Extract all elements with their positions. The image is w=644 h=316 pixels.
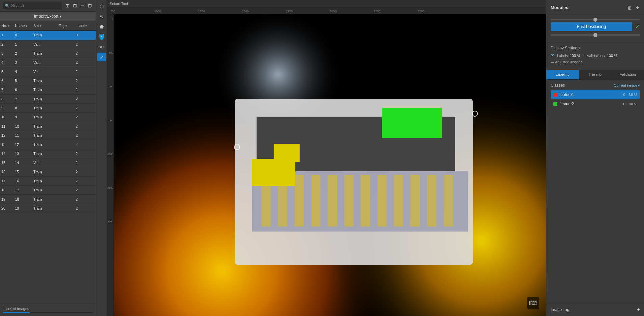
table-row[interactable]: 20 19 Train 2 bbox=[0, 204, 96, 213]
search-icon: 🔍 bbox=[5, 4, 10, 8]
td-set: Train bbox=[32, 96, 57, 102]
table-row[interactable]: 19 18 Train 2 bbox=[0, 195, 96, 204]
table-row[interactable]: 17 16 Train 2 bbox=[0, 177, 96, 186]
tab-labeling[interactable]: Labeling bbox=[546, 70, 579, 79]
roi-tool-btn[interactable]: ROI bbox=[97, 43, 106, 51]
image-settings-btn[interactable]: ⊞ bbox=[64, 2, 71, 9]
fast-pos-bottom-thumb[interactable] bbox=[593, 33, 597, 37]
table-row[interactable]: 14 13 Train 2 bbox=[0, 149, 96, 158]
main-canvas[interactable] bbox=[114, 14, 546, 316]
td-tag bbox=[57, 114, 74, 120]
td-name: 10 bbox=[14, 123, 32, 129]
class-row-feature1[interactable]: feature1 0 30 % bbox=[551, 90, 640, 99]
td-name: 4 bbox=[14, 69, 32, 75]
polygon-tool-btn[interactable]: ⬟ bbox=[97, 22, 106, 31]
delete-module-btn[interactable]: 🗑 bbox=[627, 3, 633, 12]
search-input-wrap[interactable]: 🔍 bbox=[3, 2, 62, 9]
ruler-h-tick: 1750 bbox=[286, 10, 293, 13]
adj-dashed-icon: - - - bbox=[551, 60, 553, 64]
td-set: Train bbox=[32, 105, 57, 111]
classes-title: Classes bbox=[551, 83, 565, 88]
table-row[interactable]: 13 12 Train 2 bbox=[0, 140, 96, 149]
col-label[interactable]: Label bbox=[74, 22, 96, 29]
td-no: 1 bbox=[0, 32, 14, 38]
td-tag bbox=[57, 123, 74, 129]
td-no: 10 bbox=[0, 114, 14, 120]
table-row[interactable]: 18 17 Train 2 bbox=[0, 186, 96, 195]
table-row[interactable]: 10 9 Train 2 bbox=[0, 113, 96, 122]
table-row[interactable]: 11 10 Train 2 bbox=[0, 122, 96, 131]
td-label: 2 bbox=[74, 69, 96, 75]
table-row[interactable]: 16 15 Train 2 bbox=[0, 167, 96, 177]
td-label: 2 bbox=[74, 59, 96, 65]
td-label: 2 bbox=[74, 114, 96, 120]
td-set: Train bbox=[32, 32, 57, 38]
table-row[interactable]: 6 5 Train 2 bbox=[0, 76, 96, 85]
td-no: 2 bbox=[0, 41, 14, 47]
add-module-btn[interactable]: + bbox=[635, 3, 640, 12]
table-row[interactable]: 2 1 Val. 2 bbox=[0, 40, 96, 49]
image-viewport[interactable]: ⌨ bbox=[114, 14, 546, 316]
td-set: Train bbox=[32, 78, 57, 84]
fast-pos-confirm-btn[interactable]: ✓ bbox=[635, 23, 640, 30]
filter-btn[interactable]: ⊟ bbox=[72, 2, 78, 9]
image-tag-section: Image Tag + bbox=[546, 303, 644, 316]
td-set: Train bbox=[32, 114, 57, 120]
td-label: 2 bbox=[74, 123, 96, 129]
table-row[interactable]: 3 2 Train 2 bbox=[0, 49, 96, 58]
td-tag bbox=[57, 59, 74, 65]
fast-positioning-btn[interactable]: Fast Positioning bbox=[551, 22, 632, 31]
search-bar: 🔍 ⊞ ⊟ ☰ ⊡ bbox=[0, 0, 96, 12]
import-export-bar[interactable]: Import/Export ▾ bbox=[0, 12, 96, 21]
tab-validation[interactable]: Validation bbox=[612, 70, 644, 79]
td-tag bbox=[57, 41, 74, 47]
col-no[interactable]: No. bbox=[0, 22, 14, 29]
td-name: 1 bbox=[14, 41, 32, 47]
table-row[interactable]: 5 4 Val. 2 bbox=[0, 67, 96, 76]
list-view-btn[interactable]: ☰ bbox=[79, 2, 86, 9]
table-row[interactable]: 4 3 Val. 2 bbox=[0, 58, 96, 67]
td-name: 11 bbox=[14, 132, 32, 138]
select-tool-btn[interactable]: ⬡ bbox=[97, 2, 106, 11]
table-row[interactable]: 15 14 Val. 2 bbox=[0, 158, 96, 167]
dropdown-arrow-icon: ▾ bbox=[638, 83, 640, 88]
table-row[interactable]: 1 0 Train 0 bbox=[0, 31, 96, 40]
tab-training[interactable]: Training bbox=[579, 70, 612, 79]
td-set: Val. bbox=[32, 59, 57, 65]
paint-tool-btn[interactable]: 🪣 bbox=[97, 32, 106, 41]
table-row[interactable]: 12 11 Train 2 bbox=[0, 131, 96, 140]
fast-pos-bottom-slider[interactable] bbox=[551, 34, 640, 36]
col-tag[interactable]: Tag bbox=[57, 22, 74, 29]
td-name: 12 bbox=[14, 141, 32, 148]
td-label: 2 bbox=[74, 205, 96, 211]
grid-view-btn[interactable]: ⊡ bbox=[87, 2, 93, 9]
search-input[interactable] bbox=[11, 3, 60, 8]
progress-bar-wrap bbox=[3, 312, 93, 313]
dashed-separator: - - - bbox=[583, 54, 585, 58]
td-name: 6 bbox=[14, 87, 32, 93]
ruler-vertical: 050010001500200025003000 bbox=[107, 14, 114, 316]
fast-pos-slider-track[interactable] bbox=[551, 19, 640, 20]
td-set: Train bbox=[32, 187, 57, 193]
table-row[interactable]: 9 8 Train 2 bbox=[0, 104, 96, 113]
td-no: 8 bbox=[0, 96, 14, 102]
td-name: 16 bbox=[14, 178, 32, 184]
td-set: Val. bbox=[32, 41, 57, 47]
classes-section: Classes Current image ▾ feature1 0 30 % … bbox=[546, 80, 644, 303]
class-row-feature2[interactable]: feature2 0 30 % bbox=[551, 100, 640, 108]
feature1-pct: 30 % bbox=[629, 93, 637, 97]
fast-pos-slider-thumb[interactable] bbox=[593, 18, 597, 22]
add-image-tag-btn[interactable]: + bbox=[637, 307, 640, 313]
col-name[interactable]: Name bbox=[14, 22, 32, 29]
current-image-dropdown[interactable]: Current image ▾ bbox=[614, 83, 640, 88]
pointer-tool-btn[interactable]: ↖ bbox=[97, 12, 106, 21]
transform-tool-btn[interactable]: ⤢ bbox=[97, 53, 106, 61]
ruler-h-tick: 750 bbox=[110, 10, 115, 13]
feature2-name: feature2 bbox=[559, 102, 621, 106]
td-tag bbox=[57, 69, 74, 75]
keyboard-icon[interactable]: ⌨ bbox=[527, 297, 539, 309]
tabs-row: Labeling Training Validation bbox=[546, 70, 644, 80]
table-row[interactable]: 8 7 Train 2 bbox=[0, 95, 96, 104]
col-set[interactable]: Set bbox=[32, 22, 57, 29]
table-row[interactable]: 7 6 Train 2 bbox=[0, 85, 96, 95]
